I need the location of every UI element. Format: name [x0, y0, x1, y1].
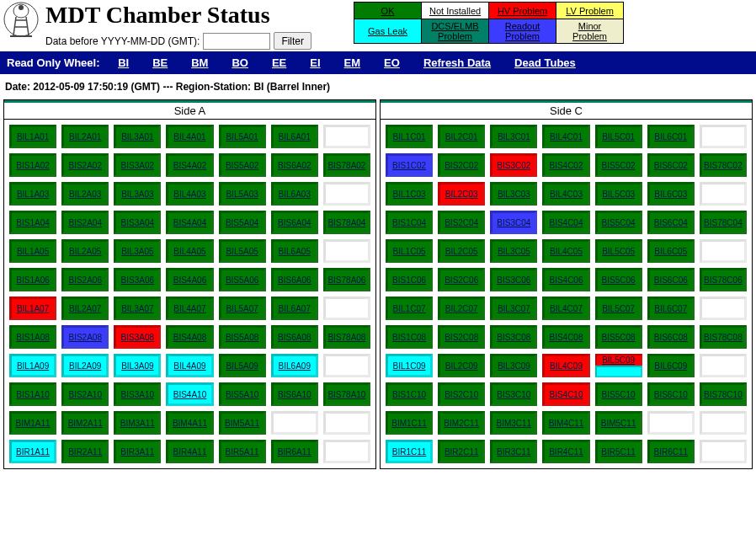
chamber-bis5a10[interactable]: BIS5A10 [219, 382, 266, 406]
chamber-bis2a02[interactable]: BIS2A02 [61, 153, 109, 177]
chamber-bil2a01[interactable]: BIL2A01 [61, 125, 109, 148]
chamber-bis3c08[interactable]: BIS3C08 [490, 325, 537, 349]
chamber-bis1a06[interactable]: BIS1A06 [9, 268, 56, 291]
chamber-bir6a11[interactable]: BIR6A11 [271, 440, 318, 463]
chamber-bis1a04[interactable]: BIS1A04 [9, 211, 56, 234]
chamber-bis6a02[interactable]: BIS6A02 [271, 153, 318, 177]
chamber-bil5c07[interactable]: BIL5C07 [595, 297, 642, 320]
chamber-bil4a07[interactable]: BIL4A07 [166, 297, 213, 320]
chamber-bim4a11[interactable]: BIM4A11 [166, 411, 213, 435]
chamber-bis78c02[interactable]: BIS78C02 [700, 153, 747, 177]
chamber-bil6a09[interactable]: BIL6A09 [271, 354, 318, 377]
chamber-bil3a07[interactable]: BIL3A07 [114, 297, 161, 320]
nav-link-em[interactable]: EM [344, 56, 361, 69]
chamber-bis5c08[interactable]: BIS5C08 [595, 325, 642, 349]
chamber-bil1c05[interactable]: BIL1C05 [386, 239, 433, 263]
chamber-bil1c01[interactable]: BIL1C01 [386, 125, 433, 148]
chamber-bis1a10[interactable]: BIS1A10 [9, 382, 56, 406]
chamber-bil1c03[interactable]: BIL1C03 [386, 182, 433, 206]
chamber-bil2a09[interactable]: BIL2A09 [61, 354, 109, 377]
chamber-bil6a03[interactable]: BIL6A03 [271, 182, 318, 206]
chamber-bir2c11[interactable]: BIR2C11 [438, 440, 485, 463]
chamber-bir6c11[interactable]: BIR6C11 [647, 440, 695, 463]
legend-readout-problem[interactable]: Readout Problem [489, 19, 556, 44]
chamber-bil2c03[interactable]: BIL2C03 [438, 182, 485, 206]
legend-ok[interactable]: OK [354, 3, 422, 19]
chamber-bis3a08[interactable]: BIS3A08 [114, 325, 161, 349]
chamber-bis6c06[interactable]: BIS6C06 [647, 268, 695, 291]
chamber-bir2a11[interactable]: BIR2A11 [61, 440, 109, 463]
chamber-bil1a05[interactable]: BIL1A05 [9, 239, 56, 263]
chamber-bil4c09[interactable]: BIL4C09 [542, 354, 589, 377]
chamber-bis5a08[interactable]: BIS5A08 [219, 325, 266, 349]
nav-link-bo[interactable]: BO [232, 56, 248, 69]
chamber-bim1a11[interactable]: BIM1A11 [9, 411, 56, 435]
chamber-bis78c08[interactable]: BIS78C08 [700, 325, 747, 349]
chamber-bil5a03[interactable]: BIL5A03 [219, 182, 266, 206]
filter-date-input[interactable] [203, 33, 270, 50]
chamber-bil5c05[interactable]: BIL5C05 [595, 239, 642, 263]
chamber-bil2c05[interactable]: BIL2C05 [438, 239, 485, 263]
chamber-bis5c02[interactable]: BIS5C02 [595, 153, 642, 177]
legend-gas-leak[interactable]: Gas Leak [354, 19, 422, 44]
chamber-bis5c06[interactable]: BIS5C06 [595, 268, 642, 291]
nav-link-refresh-data[interactable]: Refresh Data [423, 56, 491, 69]
legend-dcs-elmb-problem[interactable]: DCS/ELMB Problem [422, 19, 489, 44]
chamber-bis78c06[interactable]: BIS78C06 [700, 268, 747, 291]
chamber-bil5a09[interactable]: BIL5A09 [219, 354, 266, 377]
chamber-bim1c11[interactable]: BIM1C11 [386, 411, 433, 435]
chamber-bis78c04[interactable]: BIS78C04 [700, 211, 747, 234]
chamber-bis78a06[interactable]: BIS78A06 [323, 268, 370, 291]
chamber-bir4c11[interactable]: BIR4C11 [542, 440, 589, 463]
chamber-bir3c11[interactable]: BIR3C11 [490, 440, 537, 463]
chamber-bil6c03[interactable]: BIL6C03 [647, 182, 695, 206]
chamber-bil5a07[interactable]: BIL5A07 [219, 297, 266, 320]
chamber-bil3c01[interactable]: BIL3C01 [490, 125, 537, 148]
chamber-bil6c01[interactable]: BIL6C01 [647, 125, 695, 148]
chamber-bis78a04[interactable]: BIS78A04 [323, 211, 370, 234]
nav-link-ee[interactable]: EE [272, 56, 286, 69]
chamber-bis2a08[interactable]: BIS2A08 [61, 325, 109, 349]
chamber-bis6a06[interactable]: BIS6A06 [271, 268, 318, 291]
chamber-bis4a10[interactable]: BIS4A10 [166, 382, 213, 406]
chamber-bis2c08[interactable]: BIS2C08 [438, 325, 485, 349]
chamber-bis6a10[interactable]: BIS6A10 [271, 382, 318, 406]
chamber-bis6c04[interactable]: BIS6C04 [647, 211, 695, 234]
chamber-bir1c11[interactable]: BIR1C11 [386, 440, 433, 463]
chamber-bil5c09[interactable]: BIL5C09 [595, 354, 642, 377]
chamber-bis2a04[interactable]: BIS2A04 [61, 211, 109, 234]
chamber-bil3c09[interactable]: BIL3C09 [490, 354, 537, 377]
chamber-bis1c08[interactable]: BIS1C08 [386, 325, 433, 349]
chamber-bil4c05[interactable]: BIL4C05 [542, 239, 589, 263]
chamber-bis5a04[interactable]: BIS5A04 [219, 211, 266, 234]
chamber-bir5a11[interactable]: BIR5A11 [219, 440, 266, 463]
chamber-bil3a01[interactable]: BIL3A01 [114, 125, 161, 148]
chamber-bis1a08[interactable]: BIS1A08 [9, 325, 56, 349]
chamber-bim2a11[interactable]: BIM2A11 [61, 411, 109, 435]
chamber-bil1c09[interactable]: BIL1C09 [386, 354, 433, 377]
chamber-bil6c05[interactable]: BIL6C05 [647, 239, 695, 263]
chamber-bis78c10[interactable]: BIS78C10 [700, 382, 747, 406]
nav-link-dead-tubes[interactable]: Dead Tubes [514, 56, 576, 69]
chamber-bil3c05[interactable]: BIL3C05 [490, 239, 537, 263]
nav-link-ei[interactable]: EI [310, 56, 320, 69]
legend-minor-problem[interactable]: Minor Problem [556, 19, 624, 44]
chamber-bir5c11[interactable]: BIR5C11 [595, 440, 642, 463]
chamber-bir4a11[interactable]: BIR4A11 [166, 440, 213, 463]
legend-hv-problem[interactable]: HV Problem [489, 3, 556, 19]
chamber-bis1c04[interactable]: BIS1C04 [386, 211, 433, 234]
chamber-bis2c04[interactable]: BIS2C04 [438, 211, 485, 234]
chamber-bis4c10[interactable]: BIS4C10 [542, 382, 589, 406]
chamber-bis1c06[interactable]: BIS1C06 [386, 268, 433, 291]
chamber-bil5a01[interactable]: BIL5A01 [219, 125, 266, 148]
chamber-bis1a02[interactable]: BIS1A02 [9, 153, 56, 177]
chamber-bis6a08[interactable]: BIS6A08 [271, 325, 318, 349]
chamber-bis4a06[interactable]: BIS4A06 [166, 268, 213, 291]
chamber-bil4c07[interactable]: BIL4C07 [542, 297, 589, 320]
chamber-bis3a04[interactable]: BIS3A04 [114, 211, 161, 234]
chamber-bis4c04[interactable]: BIS4C04 [542, 211, 589, 234]
chamber-bim3c11[interactable]: BIM3C11 [490, 411, 537, 435]
chamber-bil2c07[interactable]: BIL2C07 [438, 297, 485, 320]
chamber-bil1a01[interactable]: BIL1A01 [9, 125, 56, 148]
chamber-bis6c08[interactable]: BIS6C08 [647, 325, 695, 349]
